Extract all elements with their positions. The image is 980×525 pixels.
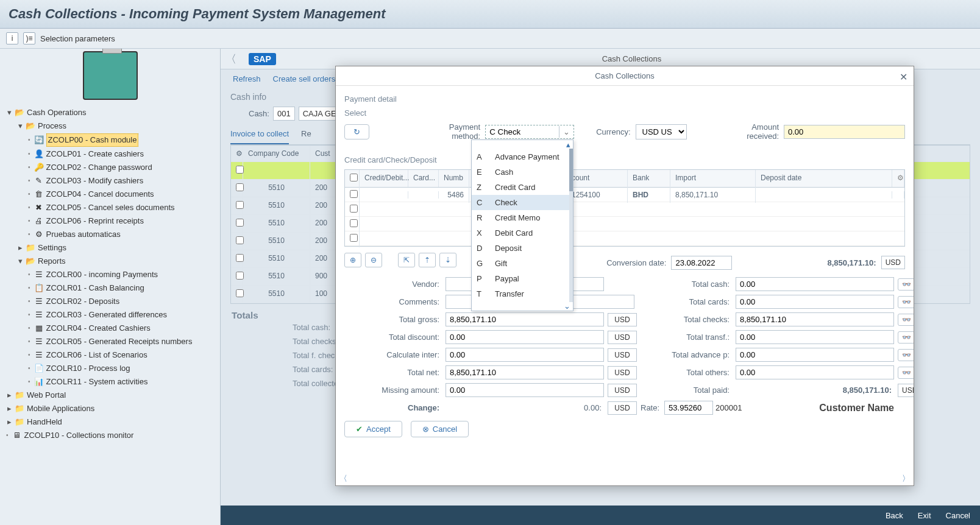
amount-received-input[interactable] bbox=[784, 125, 905, 139]
caret-icon[interactable]: ▸ bbox=[6, 403, 12, 415]
tree-item-cash-module[interactable]: ZCOLP00 - Cash module bbox=[46, 133, 139, 147]
cancel-icon: ✖ bbox=[34, 202, 44, 214]
dd-option-cash[interactable]: ECash bbox=[472, 164, 573, 180]
upload-button[interactable]: ⇡ bbox=[419, 253, 436, 267]
caret-icon[interactable]: ▾ bbox=[17, 120, 23, 132]
row-checkbox[interactable] bbox=[350, 205, 358, 213]
dd-option-credit-card[interactable]: ZCredit Card bbox=[472, 180, 573, 195]
chevron-down-icon[interactable]: ⌄ bbox=[559, 126, 573, 138]
lookup-icon[interactable]: 👓 bbox=[898, 367, 914, 379]
dd-option-deposit[interactable]: DDeposit bbox=[472, 241, 573, 256]
dd-option-paypal[interactable]: PPaypal bbox=[472, 271, 573, 286]
tree-item-reprint[interactable]: ZCOLP06 - Reprint receipts bbox=[46, 215, 144, 227]
scroll-right-icon[interactable]: 〉 bbox=[902, 473, 910, 484]
add-row-button[interactable]: ⊕ bbox=[344, 253, 361, 267]
tab-re[interactable]: Re bbox=[301, 124, 311, 144]
tree-item-r11[interactable]: ZCOLR11 - System activities bbox=[46, 376, 148, 388]
tree-item-r10[interactable]: ZCOLR10 - Process log bbox=[46, 362, 130, 375]
rate-input[interactable] bbox=[664, 401, 713, 415]
log-icon: 📄 bbox=[34, 362, 44, 375]
col-card: Card... bbox=[408, 170, 439, 187]
download-button[interactable]: ⇣ bbox=[439, 253, 456, 267]
lookup-icon[interactable]: 👓 bbox=[898, 349, 914, 361]
change-value: 0.00: bbox=[446, 403, 604, 412]
tree-item-create-cashiers[interactable]: ZCOLP01 - Create cashiers bbox=[46, 148, 144, 160]
lookup-icon[interactable]: 👓 bbox=[898, 278, 914, 291]
export-button[interactable]: ⇱ bbox=[398, 253, 415, 267]
table-row[interactable]: 5486 1254100 BHD 8,850,171.10 bbox=[345, 188, 904, 202]
row-checkbox[interactable] bbox=[350, 219, 358, 227]
tree-reports[interactable]: Reports bbox=[38, 255, 66, 267]
tree-item-cancel-docs[interactable]: ZCOLP04 - Cancel documents bbox=[46, 188, 154, 200]
rate-label: Rate: bbox=[641, 403, 662, 412]
tab-invoice-to-collect[interactable]: Invoice to collect bbox=[230, 124, 289, 144]
print-icon: 🖨 bbox=[34, 215, 44, 227]
tree-item-r05[interactable]: ZCOLR05 - Generated Receipts numbers bbox=[46, 336, 193, 348]
caret-icon[interactable]: ▸ bbox=[6, 416, 12, 428]
modal-title: Cash Collections bbox=[595, 71, 655, 80]
refresh-button[interactable]: ↻ bbox=[344, 124, 369, 139]
caret-icon[interactable]: ▸ bbox=[17, 242, 23, 254]
tree-item-r04[interactable]: ZCOLR04 - Created Cashiers bbox=[46, 322, 151, 334]
tree-cash-operations[interactable]: Cash Operations bbox=[27, 107, 87, 119]
tree-item-r06[interactable]: ZCOLR06 - List of Scenarios bbox=[46, 349, 147, 361]
tree-mobile[interactable]: Mobile Applications bbox=[27, 403, 94, 415]
tree-item-r03[interactable]: ZCOLR03 - Generated differences bbox=[46, 309, 167, 321]
payment-method-select[interactable]: ⌄ bbox=[485, 125, 574, 139]
tree-webportal[interactable]: Web Portal bbox=[27, 389, 66, 401]
info-icon[interactable]: i bbox=[6, 32, 18, 44]
footer-back[interactable]: Back bbox=[886, 511, 903, 520]
gear-icon[interactable]: ⚙ bbox=[231, 146, 243, 161]
tree-item-change-password[interactable]: ZCOLP02 - Change password bbox=[46, 161, 152, 174]
tree-settings[interactable]: Settings bbox=[38, 242, 66, 254]
dd-option-advance[interactable]: AAdvance Payment bbox=[472, 149, 573, 164]
lookup-icon[interactable]: 👓 bbox=[898, 296, 914, 308]
caret-icon[interactable]: ▾ bbox=[6, 107, 12, 119]
dd-option-check[interactable]: CCheck bbox=[472, 195, 573, 210]
scroll-up-icon[interactable]: ▴ bbox=[472, 140, 573, 149]
lookup-icon[interactable]: 👓 bbox=[898, 331, 914, 344]
footer-cancel[interactable]: Cancel bbox=[946, 511, 970, 520]
tree-monitor[interactable]: ZCOLP10 - Collections monitor bbox=[24, 429, 134, 442]
gear-icon[interactable]: ⚙ bbox=[892, 170, 904, 187]
tree-item-r00[interactable]: ZCOLR00 - incoming Payments bbox=[46, 269, 158, 281]
missing-amount-label: Missing amount: bbox=[344, 386, 442, 395]
tree-item-r01[interactable]: ZCOLR01 - Cash Balancing bbox=[46, 282, 144, 294]
dd-option-debit-card[interactable]: XDebit Card bbox=[472, 225, 573, 241]
scroll-down-icon[interactable]: ⌄ bbox=[472, 301, 573, 311]
col-checkbox[interactable] bbox=[345, 170, 360, 187]
lookup-icon[interactable]: 👓 bbox=[898, 314, 914, 326]
footer-exit[interactable]: Exit bbox=[918, 511, 931, 520]
title-bar: Cash Collections - Incoming Payment Syst… bbox=[0, 0, 980, 29]
currency-select[interactable]: USD US bbox=[636, 124, 687, 139]
tree-handheld[interactable]: HandHeld bbox=[27, 416, 62, 428]
dd-option-credit-memo[interactable]: RCredit Memo bbox=[472, 210, 573, 225]
cancel-button[interactable]: ⊗Cancel bbox=[411, 421, 469, 437]
footer-bar: Back Exit Cancel bbox=[221, 506, 980, 525]
tree-item-modify-cashiers[interactable]: ZCOLP03 - Modify cashiers bbox=[46, 175, 144, 187]
dropdown-scrollbar[interactable] bbox=[569, 149, 573, 302]
remove-row-button[interactable]: ⊖ bbox=[365, 253, 382, 267]
params-icon[interactable]: )≡ bbox=[23, 32, 35, 44]
accept-button[interactable]: ✔Accept bbox=[344, 421, 402, 437]
close-icon[interactable]: ✕ bbox=[900, 71, 907, 83]
tree-item-r02[interactable]: ZCOLR02 - Deposits bbox=[46, 295, 120, 308]
refresh-link[interactable]: Refresh bbox=[233, 74, 261, 83]
row-checkbox[interactable] bbox=[350, 234, 358, 242]
dd-option-gift[interactable]: GGift bbox=[472, 256, 573, 271]
tree-item-cancel-sales[interactable]: ZCOLP05 - Cancel seles documents bbox=[46, 202, 175, 214]
tree-process[interactable]: Process bbox=[38, 120, 66, 132]
scroll-left-icon[interactable]: 〈 bbox=[339, 473, 347, 484]
conversion-total: 8,850,171.10: bbox=[827, 258, 876, 267]
caret-icon[interactable]: ▸ bbox=[6, 389, 12, 401]
row-checkbox[interactable] bbox=[350, 190, 358, 198]
tree-item-pruebas[interactable]: Pruebas automaticas bbox=[46, 228, 121, 241]
payment-method-input[interactable] bbox=[486, 125, 559, 138]
caret-icon[interactable]: ▾ bbox=[17, 255, 23, 267]
total-gross-value bbox=[446, 312, 604, 326]
col-creditdebit: Credit/Debit... bbox=[360, 170, 408, 187]
create-sell-orders-link[interactable]: Create sell orders bbox=[273, 74, 336, 83]
dd-option-transfer[interactable]: TTransfer bbox=[472, 286, 573, 301]
conversion-date-input[interactable] bbox=[671, 256, 732, 270]
back-icon[interactable]: 〈 bbox=[225, 52, 236, 66]
